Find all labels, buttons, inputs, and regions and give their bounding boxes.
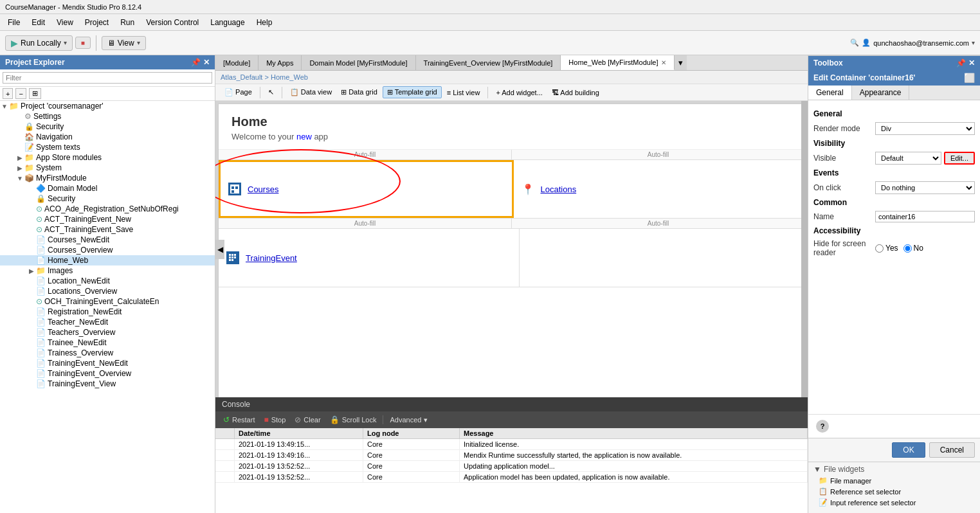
- help-button[interactable]: ?: [816, 420, 829, 433]
- breadcrumb-home-web[interactable]: Home_Web: [271, 73, 308, 81]
- edit-tab-general[interactable]: General: [808, 86, 852, 100]
- tree-myfirstmodule[interactable]: ▼ 📦 MyFirstModule: [0, 173, 215, 183]
- menu-run[interactable]: Run: [115, 17, 140, 28]
- toolbox-input-reference-set[interactable]: 📝 Input reference set selector: [813, 497, 975, 508]
- visible-select[interactable]: Default: [875, 152, 941, 165]
- cancel-button[interactable]: Cancel: [929, 442, 975, 458]
- tree-aco-ade[interactable]: ⊙ ACO_Ade_Registration_SetNubOfRegi: [0, 204, 215, 214]
- tree-act-save[interactable]: ⊙ ACT_TrainingEvent_Save: [0, 224, 215, 235]
- visible-edit-button[interactable]: Edit...: [944, 152, 975, 165]
- template-grid-button[interactable]: ⊞ Template grid: [383, 86, 442, 98]
- cursor-button[interactable]: ↖: [264, 87, 278, 98]
- user-icon[interactable]: 👤: [862, 39, 871, 47]
- tab-training-overview[interactable]: TrainingEvent_Overview [MyFirstModule]: [416, 55, 561, 70]
- tree-images[interactable]: ▶ 📁 Images: [0, 266, 215, 276]
- tab-nav-button[interactable]: ▾: [675, 55, 687, 70]
- tab-module[interactable]: [Module]: [215, 55, 259, 70]
- edit-tab-appearance[interactable]: Appearance: [852, 86, 910, 100]
- tree-courses-newedit[interactable]: 📄 Courses_NewEdit: [0, 235, 215, 245]
- locations-link[interactable]: Locations: [541, 184, 577, 194]
- tab-domain-model[interactable]: Domain Model [MyFirstModule]: [302, 55, 415, 70]
- add-widget-button[interactable]: + Add widget...: [492, 87, 546, 98]
- tree-training-overview[interactable]: 📄 TrainingEvent_Overview: [0, 368, 215, 379]
- menu-edit[interactable]: Edit: [26, 17, 50, 28]
- stop-console-button[interactable]: ■ Stop: [261, 414, 288, 426]
- widget-courses[interactable]: Courses: [228, 183, 278, 195]
- tree-security[interactable]: 🔒 Security: [0, 122, 215, 132]
- page-button[interactable]: 📄 Page: [221, 87, 256, 98]
- tree-registration-newedit[interactable]: 📄 Registration_NewEdit: [0, 307, 215, 317]
- tree-act-new[interactable]: ⊙ ACT_TrainingEvent_New: [0, 214, 215, 224]
- menu-file[interactable]: File: [3, 17, 25, 28]
- tree-training-view[interactable]: 📄 TrainingEvent_View: [0, 379, 215, 389]
- panel-pin-button[interactable]: 📌: [191, 58, 201, 67]
- name-input[interactable]: [875, 211, 975, 222]
- toolbox-reference-set[interactable]: 📋 Reference set selector: [813, 486, 975, 497]
- canvas-scroll[interactable]: [801, 101, 808, 397]
- tree-security-module[interactable]: 🔒 Security: [0, 194, 215, 204]
- tree-och[interactable]: ⊙ OCH_TrainingEvent_CalculateEn: [0, 296, 215, 307]
- render-mode-select[interactable]: Div: [875, 122, 975, 135]
- tree-home-web[interactable]: 📄 Home_Web: [0, 255, 215, 266]
- maximize-button[interactable]: ⬜: [964, 73, 975, 83]
- advanced-label: Advanced: [390, 416, 421, 424]
- toolbox-pin-button[interactable]: 📌: [956, 59, 966, 68]
- toolbox-file-manager[interactable]: 📁 File manager: [813, 475, 975, 486]
- radio-no-input[interactable]: [903, 244, 912, 253]
- grid-cell-courses[interactable]: Courses: [219, 160, 514, 218]
- courses-link[interactable]: Courses: [248, 184, 278, 194]
- file-manager-icon: 📁: [819, 476, 828, 485]
- tree-training-newedit[interactable]: 📄 TrainingEvent_NewEdit: [0, 358, 215, 368]
- tree-teacher-newedit[interactable]: 📄 Teacher_NewEdit: [0, 317, 215, 327]
- restart-button[interactable]: ↺ Restart: [221, 414, 257, 426]
- add-building-button[interactable]: 🏗 Add building: [548, 87, 603, 98]
- widget-locations[interactable]: 📍 Locations: [522, 183, 577, 195]
- tree-locations-overview[interactable]: 📄 Locations_Overview: [0, 286, 215, 296]
- tree-location-newedit[interactable]: 📄 Location_NewEdit: [0, 276, 215, 286]
- tree-settings[interactable]: ⚙ Settings: [0, 111, 215, 122]
- expand-all-button[interactable]: +: [3, 88, 13, 99]
- tree-system-texts[interactable]: 📝 System texts: [0, 142, 215, 152]
- grid-cell-locations[interactable]: 📍 Locations: [514, 160, 805, 218]
- ok-button[interactable]: OK: [892, 442, 925, 458]
- canvas-nav-left[interactable]: ◀: [215, 240, 224, 259]
- toolbox-close-button[interactable]: ✕: [968, 59, 975, 68]
- tree-trainess-overview[interactable]: 📄 Trainess_Overview: [0, 348, 215, 358]
- tree-navigation[interactable]: 🏠 Navigation: [0, 132, 215, 142]
- menu-language[interactable]: Language: [205, 17, 250, 28]
- tab-home-web[interactable]: Home_Web [MyFirstModule] ✕: [561, 55, 674, 70]
- search-icon[interactable]: 🔍: [850, 39, 859, 47]
- view-button[interactable]: 🖥 View ▾: [102, 36, 146, 50]
- grid-view-button[interactable]: ⊞: [29, 88, 41, 99]
- widget-training[interactable]: TrainingEvent: [226, 251, 297, 264]
- run-locally-button[interactable]: ▶ Run Locally ▾: [5, 35, 73, 51]
- menu-view[interactable]: View: [51, 17, 78, 28]
- tree-domain-model[interactable]: 🔷 Domain Model: [0, 183, 215, 194]
- breadcrumb-atlas[interactable]: Atlas_Default: [221, 73, 262, 81]
- tab-close-button[interactable]: ✕: [661, 59, 666, 66]
- collapse-all-button[interactable]: −: [15, 88, 26, 99]
- tree-system[interactable]: ▶ 📁 System: [0, 163, 215, 173]
- menu-project[interactable]: Project: [80, 17, 114, 28]
- scroll-lock-button[interactable]: 🔒 Scroll Lock: [327, 414, 379, 426]
- radio-yes-input[interactable]: [875, 244, 884, 253]
- tree-teachers-overview[interactable]: 📄 Teachers_Overview: [0, 327, 215, 338]
- tree-app-store-modules[interactable]: ▶ 📁 App Store modules: [0, 152, 215, 163]
- stop-button[interactable]: ■: [75, 37, 91, 49]
- list-view-button[interactable]: ≡ List view: [443, 87, 484, 98]
- grid-cell-training[interactable]: TrainingEvent: [219, 229, 520, 287]
- advanced-button[interactable]: Advanced ▾: [387, 415, 430, 426]
- tree-project-root[interactable]: ▼ 📁 Project 'coursemanager': [0, 101, 215, 111]
- training-link[interactable]: TrainingEvent: [246, 253, 297, 263]
- menu-help[interactable]: Help: [251, 17, 278, 28]
- tab-my-apps[interactable]: My Apps: [259, 55, 302, 70]
- panel-close-button[interactable]: ✕: [203, 58, 210, 67]
- filter-input[interactable]: [3, 72, 212, 84]
- data-view-button[interactable]: 📋 Data view: [286, 87, 336, 98]
- data-grid-button[interactable]: ⊞ Data grid: [337, 87, 381, 98]
- tree-courses-overview[interactable]: 📄 Courses_Overview: [0, 245, 215, 255]
- menu-version-control[interactable]: Version Control: [141, 17, 204, 28]
- tree-trainee-newedit[interactable]: 📄 Trainee_NewEdit: [0, 338, 215, 348]
- clear-button[interactable]: ⊘ Clear: [292, 414, 323, 426]
- onclick-select[interactable]: Do nothing: [875, 181, 975, 194]
